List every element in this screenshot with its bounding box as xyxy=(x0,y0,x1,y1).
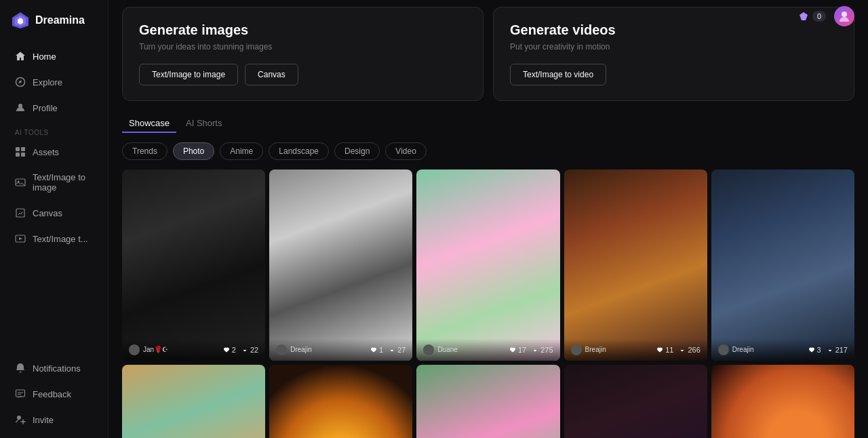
dreamina-logo-icon xyxy=(11,11,30,30)
gallery-item-1[interactable]: Jan🌹☪ 2 22 xyxy=(122,170,265,361)
gallery-item-5-downloads: 217 xyxy=(827,346,848,354)
generate-images-buttons: Text/Image to image Canvas xyxy=(139,64,467,85)
download-icon xyxy=(532,346,538,353)
filter-trends[interactable]: Trends xyxy=(122,142,167,160)
gallery-item-5-username: Dreajin xyxy=(732,346,754,353)
invite-icon xyxy=(15,414,26,425)
bell-icon xyxy=(15,363,26,374)
filter-pills: Trends Photo Anime Landscape Design Vide… xyxy=(122,142,854,160)
generate-videos-subtitle: Put your creativity in motion xyxy=(510,42,837,52)
gallery-item-2-avatar xyxy=(276,344,287,355)
user-avatar[interactable] xyxy=(834,6,854,26)
sidebar-home-label: Home xyxy=(33,52,56,62)
gallery-item-4[interactable]: Breajin 11 266 xyxy=(564,170,707,361)
gallery-item-3-likes: 17 xyxy=(509,346,526,354)
gallery-item-3[interactable]: Duane 17 275 xyxy=(416,170,559,361)
sidebar-nav: Home Explore Profile AI tools As xyxy=(0,43,108,438)
gallery-row-1: Jan🌹☪ 2 22 xyxy=(122,170,854,361)
gallery-item-5-user: Dreajin xyxy=(718,344,754,355)
text-video-icon xyxy=(15,233,26,244)
heart-icon xyxy=(656,346,663,353)
sidebar-feedback-label: Feedback xyxy=(33,389,71,399)
sidebar-bottom: Notifications Feedback Invite xyxy=(0,355,108,438)
svg-rect-6 xyxy=(21,147,25,151)
gallery-item-7[interactable] xyxy=(269,365,412,438)
download-icon xyxy=(389,346,395,353)
heart-icon xyxy=(808,346,815,353)
gallery-item-2-username: Dreajin xyxy=(290,346,312,353)
app-name: Dreamina xyxy=(35,14,85,26)
gallery-item-10[interactable] xyxy=(711,365,854,438)
gallery-item-3-avatar xyxy=(423,344,434,355)
gallery-item-1-stats: 2 22 xyxy=(223,346,258,354)
filter-video[interactable]: Video xyxy=(385,142,426,160)
filter-anime[interactable]: Anime xyxy=(220,142,263,160)
text-to-video-button[interactable]: Text/Image to video xyxy=(510,64,606,85)
sidebar-canvas-label: Canvas xyxy=(33,208,62,218)
feedback-icon xyxy=(15,389,26,399)
gallery-item-1-overlay: Jan🌹☪ 2 22 xyxy=(122,339,265,361)
canvas-icon xyxy=(15,207,26,218)
image-gen-icon xyxy=(15,177,26,188)
sidebar-item-textimage-t[interactable]: Text/Image t... xyxy=(4,226,104,251)
explore-icon xyxy=(15,77,26,87)
text-to-image-button[interactable]: Text/Image to image xyxy=(139,64,238,85)
gallery-item-5-avatar xyxy=(718,344,729,355)
gallery-item-1-downloads: 22 xyxy=(241,346,258,354)
download-icon xyxy=(241,346,248,353)
sidebar-item-profile[interactable]: Profile xyxy=(4,96,104,120)
credits-badge: 0 xyxy=(799,11,826,22)
gallery-item-1-avatar xyxy=(129,344,140,355)
filter-photo[interactable]: Photo xyxy=(173,142,214,160)
sidebar: Dreamina Home Explore Profile AI tools xyxy=(0,0,108,438)
gallery-item-4-overlay: Breajin 11 266 xyxy=(564,339,707,361)
download-icon xyxy=(679,346,686,353)
gallery-item-2[interactable]: Dreajin 1 27 xyxy=(269,170,412,361)
sidebar-textimaget-label: Text/Image t... xyxy=(33,234,88,244)
canvas-button[interactable]: Canvas xyxy=(245,64,298,85)
gallery-item-1-likes: 2 xyxy=(223,346,236,354)
gallery-item-1-username: Jan🌹☪ xyxy=(143,346,168,353)
gallery-item-9[interactable] xyxy=(564,365,707,438)
gallery-item-8[interactable] xyxy=(416,365,559,438)
credits-count: 0 xyxy=(812,11,826,22)
sidebar-item-invite[interactable]: Invite xyxy=(4,407,104,432)
sidebar-item-canvas[interactable]: Canvas xyxy=(4,201,104,225)
tab-ai-shorts[interactable]: AI Shorts xyxy=(179,115,229,133)
gallery-item-2-downloads: 27 xyxy=(389,346,406,354)
sidebar-explore-label: Explore xyxy=(33,77,62,87)
tab-showcase[interactable]: Showcase xyxy=(122,115,176,133)
filter-landscape[interactable]: Landscape xyxy=(269,142,329,160)
diamond-icon xyxy=(799,12,808,21)
gallery-item-6[interactable] xyxy=(122,365,265,438)
svg-rect-5 xyxy=(16,147,20,151)
generate-videos-buttons: Text/Image to video xyxy=(510,64,837,85)
filter-design[interactable]: Design xyxy=(334,142,380,160)
gallery-item-4-downloads: 266 xyxy=(679,346,700,354)
svg-marker-16 xyxy=(800,12,808,20)
gallery-item-3-overlay: Duane 17 275 xyxy=(416,339,559,361)
home-icon xyxy=(15,51,26,62)
showcase-tabs: Showcase AI Shorts xyxy=(122,115,854,133)
gallery-item-2-stats: 1 27 xyxy=(370,346,406,354)
sidebar-logo: Dreamina xyxy=(0,0,108,43)
gallery-item-2-likes: 1 xyxy=(370,346,383,354)
sidebar-profile-label: Profile xyxy=(33,103,58,113)
gallery-item-5[interactable]: Dreajin 3 217 xyxy=(711,170,854,361)
sidebar-item-assets[interactable]: Assets xyxy=(4,140,104,164)
sidebar-item-explore[interactable]: Explore xyxy=(4,70,104,94)
assets-icon xyxy=(15,146,26,157)
gallery-item-4-avatar xyxy=(571,344,582,355)
gallery-item-5-likes: 3 xyxy=(808,346,821,354)
sidebar-item-feedback[interactable]: Feedback xyxy=(4,382,104,406)
main-content: Generate images Turn your ideas into stu… xyxy=(108,0,868,438)
svg-point-15 xyxy=(17,416,21,420)
sidebar-item-notifications[interactable]: Notifications xyxy=(4,356,104,380)
gallery-row-2 xyxy=(122,365,854,438)
svg-rect-14 xyxy=(16,390,25,397)
sidebar-item-text-image[interactable]: Text/Image to image xyxy=(4,165,104,199)
gallery-item-5-stats: 3 217 xyxy=(808,346,848,354)
sidebar-item-home[interactable]: Home xyxy=(4,44,104,68)
heart-icon xyxy=(223,346,230,353)
gallery-item-2-overlay: Dreajin 1 27 xyxy=(269,339,412,361)
